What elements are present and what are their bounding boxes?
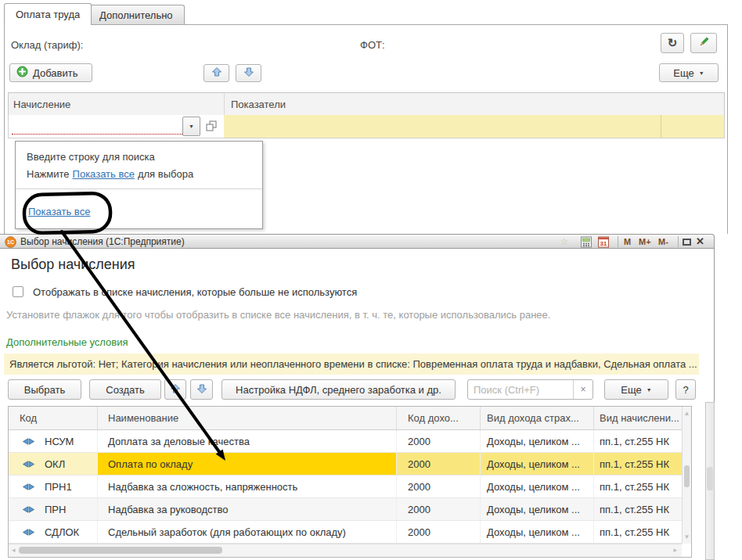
dialog-scrollbar[interactable] <box>705 402 715 560</box>
more-button[interactable]: Еще ▼ <box>604 379 668 400</box>
header-name[interactable]: Наименование <box>97 407 396 429</box>
1c-logo-icon: 1С <box>4 235 16 248</box>
dialog-scroll-thumb[interactable] <box>707 467 713 490</box>
accrual-combo-input[interactable] <box>12 117 182 135</box>
add-button[interactable]: Добавить <box>9 63 92 82</box>
accrual-column-header: Начисление <box>9 99 224 110</box>
row-name: Надбавка за руководство <box>97 498 396 520</box>
memory-plus-button[interactable]: M+ <box>639 237 651 246</box>
down-arrow-icon <box>243 66 254 80</box>
create-button[interactable]: Создать <box>89 379 161 400</box>
table-vertical-scrollbar[interactable]: ▲ ▼ <box>682 407 691 544</box>
table-horizontal-scrollbar[interactable]: ◂ ▸ <box>9 544 682 557</box>
row-insurance: Доходы, целиком ... <box>480 521 593 543</box>
down-arrow-icon <box>196 383 207 397</box>
up-arrow-icon <box>170 383 181 397</box>
close-icon[interactable]: ✕ <box>696 235 704 247</box>
dialog-titlebar[interactable]: 1С Выбор начисления (1С:Предприятие) ☆ 3… <box>0 234 715 249</box>
accrual-type-icon <box>23 438 34 445</box>
refresh-button[interactable]: ↻ <box>661 33 684 53</box>
indicators-cell[interactable] <box>224 115 724 138</box>
table-row[interactable]: ПРН1 Надбавка за сложность, напряженност… <box>9 476 682 498</box>
dialog-title: Выбор начисления (1С:Предприятие) <box>20 236 185 247</box>
chevron-down-icon: ▼ <box>699 70 704 76</box>
tab-additional-label: Дополнительно <box>99 9 173 21</box>
header-income-code[interactable]: Код дохо... <box>396 407 480 429</box>
salary-label: Оклад (тариф): <box>11 39 83 51</box>
scroll-left-icon[interactable]: ◂ <box>12 546 16 554</box>
dialog-heading: Выбор начисления <box>11 257 135 273</box>
row-code: ОКЛ <box>45 458 65 470</box>
accrual-table-header: Начисление Показатели <box>8 92 725 116</box>
row-income-code: 2000 <box>396 476 480 497</box>
tab-payroll-label: Оплата труда <box>16 9 80 20</box>
checkbox-hint: Установите флажок для того чтобы отобраз… <box>6 309 550 321</box>
header-insurance-kind[interactable]: Вид дохода страх... <box>480 407 593 429</box>
search-clear-button[interactable]: × <box>573 380 593 399</box>
table-row[interactable]: ПРН Надбавка за руководство 2000 Доходы,… <box>9 498 682 521</box>
titlebar-divider <box>618 236 618 247</box>
header-accrual-kind[interactable]: Вид начислени... <box>593 407 682 429</box>
move-down-button[interactable] <box>190 379 213 400</box>
show-all-link[interactable]: Показать все <box>28 206 90 217</box>
additional-conditions-link[interactable]: Дополнительные условия <box>6 336 128 348</box>
show-unused-checkbox-label[interactable]: Отображать в списке начисления, которые … <box>33 286 357 298</box>
accrual-type-icon <box>23 506 34 513</box>
maximize-button[interactable] <box>683 239 691 246</box>
scroll-down-icon[interactable]: ▼ <box>683 533 691 540</box>
row-code: СДЛОК <box>45 526 79 538</box>
more-button-top[interactable]: Еще ▼ <box>659 63 719 82</box>
svg-text:1С: 1С <box>7 239 14 245</box>
header-code[interactable]: Код <box>9 407 97 429</box>
help-button[interactable]: ? <box>675 379 696 400</box>
move-down-button-top[interactable] <box>236 64 261 82</box>
dialog-body: Выбор начисления Отображать в списке нач… <box>0 249 715 560</box>
accrual-type-icon <box>23 461 34 468</box>
pencil-icon <box>697 36 710 51</box>
vertical-scroll-thumb[interactable] <box>684 465 690 487</box>
table-row[interactable]: ОКЛ Оплата по окладу 2000 Доходы, целико… <box>9 453 682 476</box>
accrual-type-icon <box>23 483 34 490</box>
move-up-button[interactable] <box>164 379 186 400</box>
calculator-icon[interactable] <box>580 235 593 248</box>
ndfl-settings-button[interactable]: Настройка НДФЛ, среднего заработка и др. <box>222 379 456 400</box>
memory-minus-button[interactable]: M- <box>658 237 668 246</box>
popup-hint-line1: Введите строку для поиска <box>27 151 155 163</box>
accrual-type-icon <box>23 529 34 536</box>
dialog-table-rows: НСУМ Доплата за деловые качества 2000 До… <box>9 430 691 544</box>
favorites-star-icon[interactable]: ☆ <box>557 235 571 248</box>
chevron-down-icon: ▼ <box>189 124 194 129</box>
row-insurance: Доходы, целиком ... <box>480 430 593 452</box>
screen: Оплата труда Дополнительно Оклад (тариф)… <box>0 0 742 560</box>
row-income-code: 2000 <box>396 453 480 475</box>
move-up-button-top[interactable] <box>204 64 229 82</box>
row-income-code: 2000 <box>396 498 480 520</box>
more-button-top-label: Еще <box>673 67 693 79</box>
open-list-icon[interactable] <box>206 120 217 131</box>
tab-payroll[interactable]: Оплата труда <box>4 3 92 25</box>
table-row[interactable]: НСУМ Доплата за деловые качества 2000 До… <box>9 430 682 453</box>
show-unused-checkbox[interactable] <box>13 286 23 297</box>
show-all-inline-link[interactable]: Показать все <box>73 168 135 180</box>
calendar-icon[interactable]: 31 <box>597 235 610 248</box>
conditions-bar: Является льготой: Нет; Категория начисле… <box>4 354 699 375</box>
combo-dropdown-button[interactable]: ▼ <box>182 117 200 136</box>
table-row[interactable]: СДЛОК Сдельный заработок (для работающих… <box>9 521 682 544</box>
memory-button[interactable]: M <box>624 237 631 246</box>
row-accrual-type: пп.1, ст.255 НК <box>593 430 682 452</box>
cell-divider <box>661 115 661 138</box>
horizontal-scroll-thumb[interactable] <box>19 547 222 554</box>
select-button[interactable]: Выбрать <box>8 379 81 400</box>
row-code: ПРН <box>45 504 66 515</box>
row-name: Оплата по окладу <box>97 453 396 475</box>
scroll-right-icon[interactable]: ▸ <box>673 546 677 554</box>
edit-button[interactable] <box>690 33 717 53</box>
accrual-edit-row[interactable]: ▼ <box>8 115 725 138</box>
search-input[interactable] <box>468 380 573 399</box>
titlebar-divider <box>678 236 679 247</box>
row-accrual-type: пп.1, ст.255 НК <box>593 476 682 497</box>
tab-additional[interactable]: Дополнительно <box>88 5 185 25</box>
row-name: Доплата за деловые качества <box>97 430 396 452</box>
add-button-label: Добавить <box>33 67 77 79</box>
scroll-up-icon[interactable]: ▲ <box>683 410 691 417</box>
